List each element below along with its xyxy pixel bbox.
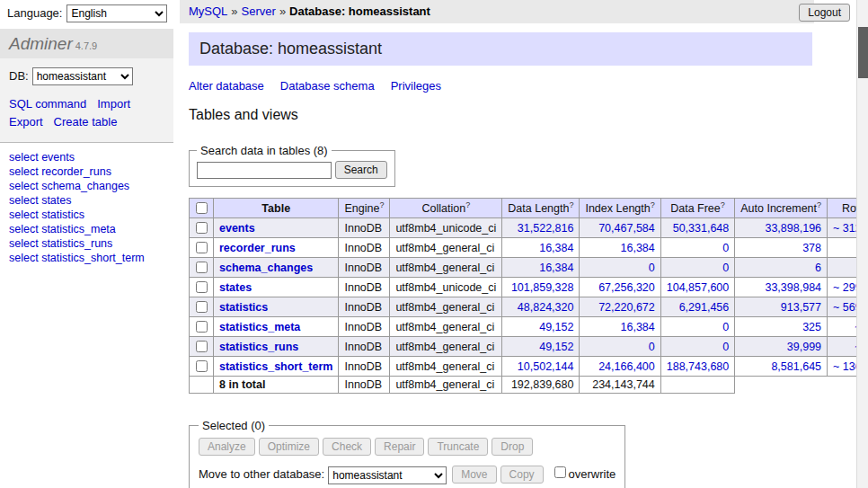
data-free-link[interactable]: 0: [722, 262, 729, 274]
data-length-link[interactable]: 16,384: [539, 262, 573, 274]
help-icon[interactable]: ?: [379, 200, 384, 209]
data-length-link[interactable]: 49,152: [539, 321, 573, 333]
table-name-link[interactable]: schema_changes: [219, 262, 313, 274]
sidebar-link-create-table[interactable]: Create table: [54, 113, 118, 131]
table-name-link[interactable]: statistics_short_term: [219, 360, 332, 373]
selected-legend: Selected (0): [199, 419, 269, 432]
sidebar-link-import[interactable]: Import: [97, 95, 130, 113]
db-select[interactable]: homeassistant: [32, 67, 133, 85]
data-length-link[interactable]: 101,859,328: [511, 281, 574, 294]
sidebar-item-select-statistics-runs[interactable]: select statistics_runs: [9, 236, 164, 251]
overwrite-checkbox[interactable]: [554, 466, 566, 478]
index-length-link[interactable]: 72,220,672: [598, 301, 655, 314]
data-length-link[interactable]: 10,502,144: [518, 360, 574, 373]
sidebar-link-export[interactable]: Export: [9, 113, 43, 131]
data-free-link[interactable]: 188,743,680: [667, 360, 730, 373]
sidebar-item-select-statistics-short-term[interactable]: select statistics_short_term: [9, 251, 164, 265]
index-length-link[interactable]: 16,384: [621, 242, 655, 254]
table-name-link[interactable]: events: [219, 222, 255, 235]
move-db-select[interactable]: homeassistant: [328, 466, 447, 484]
table-name-link[interactable]: recorder_runs: [219, 242, 296, 254]
database-schema-link[interactable]: Database schema: [280, 79, 375, 93]
index-length-link[interactable]: 0: [649, 262, 655, 274]
sidebar-item-select-statistics[interactable]: select statistics: [9, 208, 164, 222]
data-free-link[interactable]: 0: [722, 242, 729, 254]
scrollbar[interactable]: [856, 0, 868, 488]
data-length-link[interactable]: 31,522,816: [518, 222, 574, 235]
help-icon[interactable]: ?: [465, 200, 470, 209]
row-checkbox[interactable]: [196, 301, 208, 313]
app-header: Adminer4.7.9: [0, 29, 173, 58]
privileges-link[interactable]: Privileges: [391, 79, 441, 93]
data-free-link[interactable]: 0: [722, 341, 729, 353]
sidebar-item-select-events[interactable]: select events: [9, 150, 164, 164]
index-length-link[interactable]: 0: [649, 341, 655, 353]
truncate-button[interactable]: Truncate: [428, 438, 488, 456]
table-name-link[interactable]: statistics: [219, 301, 268, 314]
column-header-data-length[interactable]: Data Length?: [502, 199, 580, 218]
optimize-button[interactable]: Optimize: [259, 438, 319, 456]
data-free-link[interactable]: 50,331,648: [673, 222, 730, 235]
column-header-data-free[interactable]: Data Free?: [660, 199, 735, 218]
row-checkbox[interactable]: [196, 360, 208, 372]
column-header-engine[interactable]: Engine?: [339, 199, 390, 218]
copy-button[interactable]: Copy: [500, 466, 544, 484]
data-free-link[interactable]: 104,857,600: [667, 281, 730, 294]
data-free-link[interactable]: 0: [722, 321, 729, 333]
row-checkbox[interactable]: [196, 242, 208, 253]
drop-button[interactable]: Drop: [492, 438, 533, 456]
index-length-link[interactable]: 16,384: [621, 321, 655, 333]
column-header-table[interactable]: Table: [214, 199, 339, 218]
index-length-link[interactable]: 67,256,320: [598, 281, 655, 294]
language-select[interactable]: English: [66, 4, 167, 22]
data-length-link[interactable]: 16,384: [539, 242, 573, 254]
auto-increment-link[interactable]: 378: [802, 242, 821, 254]
auto-increment-link[interactable]: 33,398,984: [765, 281, 821, 294]
table-name-link[interactable]: statistics_runs: [219, 341, 298, 353]
auto-increment-link[interactable]: 33,898,196: [765, 222, 821, 235]
check-button[interactable]: Check: [323, 438, 371, 456]
search-button[interactable]: Search: [335, 161, 387, 179]
column-header-collation[interactable]: Collation?: [390, 199, 502, 218]
data-length-link[interactable]: 48,824,320: [518, 301, 574, 314]
help-icon[interactable]: ?: [651, 200, 655, 209]
breadcrumb-mysql-link[interactable]: MySQL: [189, 4, 227, 18]
auto-increment-link[interactable]: 39,999: [787, 341, 821, 353]
adminer-logo-link[interactable]: Adminer: [9, 34, 73, 53]
help-icon[interactable]: ?: [721, 200, 725, 209]
sidebar-item-select-statistics-meta[interactable]: select statistics_meta: [9, 222, 164, 236]
repair-button[interactable]: Repair: [375, 438, 424, 456]
sidebar-item-select-recorder-runs[interactable]: select recorder_runs: [9, 164, 164, 179]
index-length-link[interactable]: 24,166,400: [598, 360, 655, 373]
data-free-link[interactable]: 6,291,456: [679, 301, 730, 314]
breadcrumb-server-link[interactable]: Server: [242, 4, 276, 18]
row-checkbox[interactable]: [196, 222, 208, 234]
column-header-index-length[interactable]: Index Length?: [580, 199, 660, 218]
table-name-link[interactable]: states: [219, 281, 252, 294]
auto-increment-link[interactable]: 325: [802, 321, 821, 333]
auto-increment-link[interactable]: 913,577: [781, 301, 821, 314]
row-checkbox[interactable]: [196, 341, 208, 352]
row-checkbox[interactable]: [196, 281, 208, 293]
auto-increment-link[interactable]: 8,581,645: [771, 360, 821, 373]
help-icon[interactable]: ?: [817, 200, 821, 209]
search-input[interactable]: [197, 162, 332, 179]
table-row: statistics_short_termInnoDButf8mb4_gener…: [190, 357, 868, 377]
auto-increment-link[interactable]: 6: [815, 262, 821, 274]
row-checkbox[interactable]: [196, 262, 208, 273]
sidebar-item-select-schema-changes[interactable]: select schema_changes: [9, 179, 164, 193]
data-length-link[interactable]: 49,152: [539, 341, 573, 353]
scrollbar-thumb[interactable]: [858, 27, 868, 78]
row-checkbox[interactable]: [196, 321, 208, 333]
sidebar-link-sql-command[interactable]: SQL command: [9, 95, 86, 113]
index-length-link[interactable]: 70,467,584: [598, 222, 655, 235]
logout-button[interactable]: Logout: [799, 4, 850, 22]
table-name-link[interactable]: statistics_meta: [219, 321, 300, 333]
alter-database-link[interactable]: Alter database: [189, 79, 264, 93]
analyze-button[interactable]: Analyze: [199, 438, 255, 456]
select-all-checkbox[interactable]: [196, 202, 208, 214]
help-icon[interactable]: ?: [569, 200, 573, 209]
column-header-auto-increment[interactable]: Auto Increment?: [735, 199, 828, 218]
move-button[interactable]: Move: [452, 466, 496, 484]
sidebar-item-select-states[interactable]: select states: [9, 193, 164, 208]
